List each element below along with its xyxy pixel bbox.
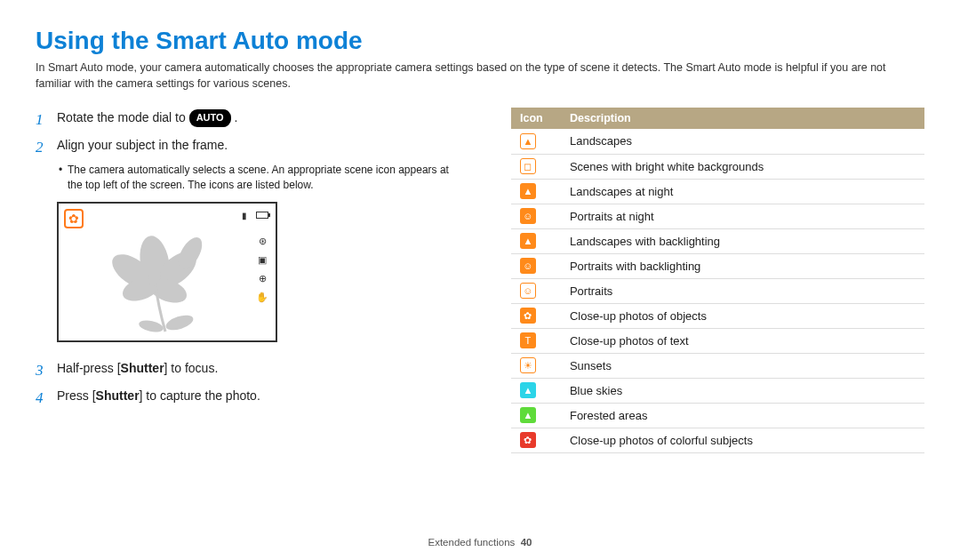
scene-icon: ▲	[520, 407, 536, 423]
step-3-post: ] to focus.	[164, 361, 219, 375]
svg-point-6	[148, 269, 161, 282]
th-desc: Description	[561, 108, 924, 129]
step-number: 2	[36, 135, 48, 159]
status-bar: ▮	[242, 211, 268, 220]
desc-cell: Sunsets	[561, 353, 924, 378]
icon-cell: ▲	[511, 378, 561, 403]
steps-column: 1 Rotate the mode dial to AUTO . 2 Align…	[36, 108, 458, 453]
icon-table-column: Icon Description ▲Landscapes◻Scenes with…	[511, 108, 924, 453]
table-row: ✿Close-up photos of colorful subjects	[511, 428, 924, 452]
desc-cell: Landscapes at night	[561, 179, 924, 204]
desc-cell: Close-up photos of text	[561, 328, 924, 353]
table-row: ☺Portraits	[511, 278, 924, 303]
scene-icon: ▲	[520, 133, 536, 149]
desc-cell: Landscapes with backlighting	[561, 228, 924, 253]
icon-cell: ☀	[511, 353, 561, 378]
desc-cell: Close-up photos of colorful subjects	[561, 428, 924, 452]
icon-cell: ☺	[511, 204, 561, 228]
step-2-text: Align your subject in the frame.	[57, 135, 228, 159]
flash-icon: ⊛	[259, 236, 267, 247]
desc-cell: Portraits with backlighting	[561, 253, 924, 278]
step-3-pre: Half-press [	[57, 361, 121, 375]
scene-icon: ✿	[520, 308, 536, 324]
icon-cell: ✿	[511, 428, 561, 452]
scene-icon: ☺	[520, 283, 536, 299]
icon-cell: ☺	[511, 278, 561, 303]
desc-cell: Portraits at night	[561, 204, 924, 228]
frame-icon: ▣	[258, 254, 267, 266]
svg-point-8	[138, 318, 164, 333]
table-row: ☀Sunsets	[511, 353, 924, 378]
zoom-icon: ⊕	[259, 273, 267, 284]
footer-section: Extended functions	[428, 537, 515, 548]
step-number: 3	[36, 358, 48, 382]
icon-cell: ▲	[511, 179, 561, 204]
auto-badge: AUTO	[189, 109, 231, 127]
icon-cell: ◻	[511, 154, 561, 179]
icon-cell: ▲	[511, 129, 561, 154]
side-icon-stack: ⊛ ▣ ⊕ ✋	[256, 236, 268, 303]
th-icon: Icon	[511, 108, 561, 129]
table-row: ▲Forested areas	[511, 403, 924, 428]
scene-icon: ☺	[520, 208, 536, 224]
scene-icon: ✿	[520, 432, 536, 448]
table-row: ▲Blue skies	[511, 378, 924, 403]
desc-cell: Scenes with bright white backgrounds	[561, 154, 924, 179]
table-row: ◻Scenes with bright white backgrounds	[511, 154, 924, 179]
step-number: 1	[36, 108, 48, 132]
step-1-text-pre: Rotate the mode dial to	[57, 110, 189, 124]
exposure-indicator-icon: ▮	[242, 211, 247, 220]
table-row: ☺Portraits at night	[511, 204, 924, 228]
camera-preview: ✿ ▮ ⊛ ▣ ⊕ ✋	[57, 202, 277, 342]
icon-cell: ☺	[511, 253, 561, 278]
desc-cell: Landscapes	[561, 129, 924, 154]
step-3: 3 Half-press [Shutter] to focus.	[36, 358, 458, 382]
desc-cell: Forested areas	[561, 403, 924, 428]
desc-cell: Portraits	[561, 278, 924, 303]
table-row: TClose-up photos of text	[511, 328, 924, 353]
flower-illustration	[101, 227, 235, 333]
step-1-text-post: .	[231, 110, 238, 124]
step-2-subtext: The camera automatically selects a scene…	[68, 163, 458, 193]
step-2: 2 Align your subject in the frame.	[36, 135, 458, 159]
step-4-bold: Shutter	[96, 388, 140, 403]
desc-cell: Blue skies	[561, 378, 924, 403]
stabilization-icon: ✋	[256, 292, 268, 303]
page-footer: Extended functions 40	[0, 537, 960, 548]
icon-cell: T	[511, 328, 561, 353]
icon-cell: ▲	[511, 228, 561, 253]
desc-cell: Close-up photos of objects	[561, 303, 924, 328]
step-4-post: ] to capture the photo.	[140, 388, 260, 403]
step-1: 1 Rotate the mode dial to AUTO .	[36, 108, 458, 132]
table-row: ▲Landscapes with backlighting	[511, 228, 924, 253]
table-row: ▲Landscapes	[511, 129, 924, 154]
table-row: ▲Landscapes at night	[511, 179, 924, 204]
icon-cell: ✿	[511, 303, 561, 328]
scene-icon-table: Icon Description ▲Landscapes◻Scenes with…	[511, 108, 924, 453]
scene-icon: ◻	[520, 158, 536, 174]
intro-text: In Smart Auto mode, your camera automati…	[36, 60, 924, 92]
scene-icon: ☺	[520, 258, 536, 274]
scene-icon: ▲	[520, 233, 536, 249]
icon-cell: ▲	[511, 403, 561, 428]
svg-point-7	[164, 312, 196, 332]
step-4: 4 Press [Shutter] to capture the photo.	[36, 386, 458, 410]
scene-icon-macro: ✿	[64, 209, 84, 228]
scene-icon: ▲	[520, 382, 536, 398]
table-row: ✿Close-up photos of objects	[511, 303, 924, 328]
scene-icon: ▲	[520, 183, 536, 199]
page-title: Using the Smart Auto mode	[36, 27, 924, 55]
step-3-bold: Shutter	[121, 361, 164, 375]
step-number: 4	[36, 386, 48, 410]
footer-page: 40	[521, 537, 532, 548]
scene-icon: T	[520, 332, 536, 348]
battery-icon	[256, 212, 268, 219]
step-4-pre: Press [	[57, 388, 96, 403]
table-row: ☺Portraits with backlighting	[511, 253, 924, 278]
scene-icon: ☀	[520, 357, 536, 373]
